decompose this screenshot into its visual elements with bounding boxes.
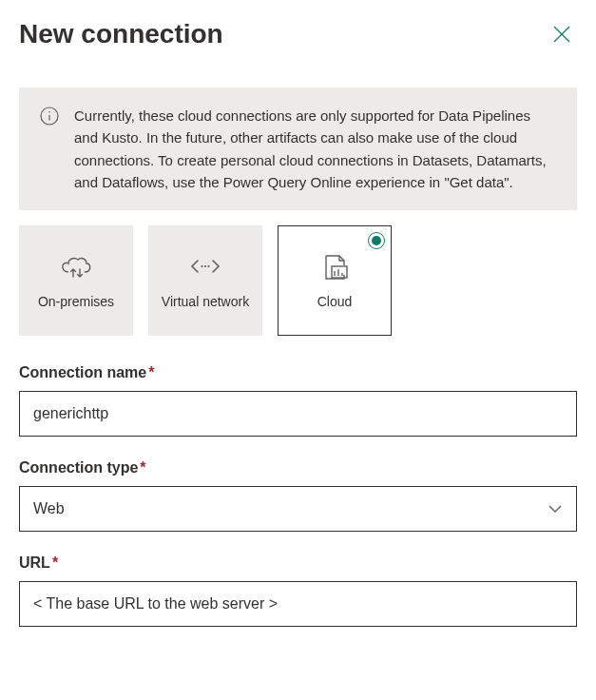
- svg-point-7: [207, 265, 209, 267]
- field-connection-name: Connection name*: [19, 364, 577, 437]
- svg-point-6: [204, 265, 206, 267]
- required-asterisk: *: [140, 459, 145, 476]
- tab-virtual-network[interactable]: Virtual network: [148, 225, 262, 336]
- field-url: URL*: [19, 554, 577, 627]
- tab-label: Virtual network: [154, 293, 257, 310]
- tab-label: On-premises: [30, 293, 122, 310]
- info-icon: [40, 107, 59, 126]
- svg-point-5: [201, 265, 202, 267]
- info-banner: Currently, these cloud connections are o…: [19, 88, 577, 210]
- chevron-down-icon: [548, 500, 563, 517]
- field-label: Connection name*: [19, 364, 577, 381]
- tab-label: Cloud: [310, 293, 360, 310]
- field-label: URL*: [19, 554, 577, 572]
- svg-point-4: [48, 111, 50, 113]
- required-asterisk: *: [52, 554, 58, 571]
- field-connection-type: Connection type* Web: [19, 459, 577, 532]
- close-button[interactable]: [547, 19, 577, 49]
- connection-type-select[interactable]: Web: [19, 486, 577, 532]
- label-text: URL: [19, 554, 50, 571]
- url-input[interactable]: [19, 581, 577, 627]
- label-text: Connection type: [19, 459, 138, 476]
- cloud-document-icon: [318, 251, 351, 282]
- selected-indicator-icon: [368, 232, 385, 249]
- connection-name-input[interactable]: [19, 391, 577, 437]
- page-title: New connection: [19, 19, 223, 49]
- tab-on-premises[interactable]: On-premises: [19, 225, 133, 336]
- label-text: Connection name: [19, 364, 146, 380]
- field-label: Connection type*: [19, 459, 577, 476]
- network-icon: [190, 251, 221, 282]
- connection-location-tabs: On-premises Virtual network: [19, 225, 577, 336]
- tab-cloud[interactable]: Cloud: [278, 225, 392, 336]
- required-asterisk: *: [148, 364, 154, 380]
- cloud-sync-icon: [59, 251, 93, 282]
- info-text: Currently, these cloud connections are o…: [74, 105, 556, 193]
- new-connection-panel: New connection Currently, these cloud co…: [0, 0, 596, 627]
- panel-header: New connection: [19, 19, 577, 49]
- close-icon: [553, 26, 570, 43]
- select-value: Web: [33, 500, 65, 517]
